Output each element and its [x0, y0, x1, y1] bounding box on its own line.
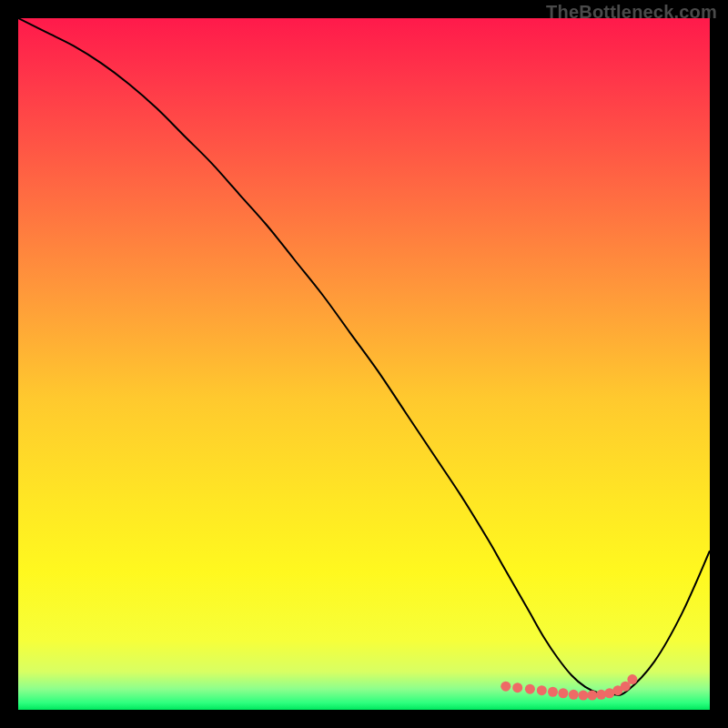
plot-area [18, 18, 710, 710]
svg-rect-0 [18, 18, 710, 710]
background-gradient [18, 18, 710, 710]
chart-container: TheBottleneck.com [0, 0, 728, 728]
watermark-text: TheBottleneck.com [546, 2, 717, 23]
